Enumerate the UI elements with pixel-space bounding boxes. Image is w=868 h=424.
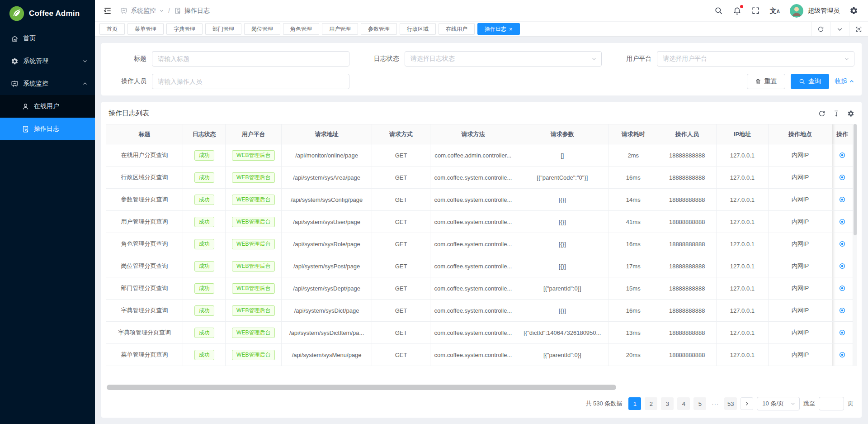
tab-菜单管理[interactable]: 菜单管理 (127, 23, 164, 35)
tab-字典管理[interactable]: 字典管理 (166, 23, 203, 35)
status-tag: 成功 (194, 261, 214, 272)
page-button-3[interactable]: 3 (661, 397, 674, 410)
tab-部门管理[interactable]: 部门管理 (205, 23, 241, 35)
cell-params: [{}] (516, 189, 609, 211)
next-page-button[interactable] (741, 397, 753, 410)
view-detail-eye-icon[interactable] (838, 351, 846, 359)
cell-actions (832, 233, 853, 255)
platform-tag: WEB管理后台 (232, 328, 275, 338)
tab-close-icon[interactable]: × (509, 26, 513, 32)
refresh-tab-icon[interactable] (811, 22, 830, 36)
chevron-up-icon (849, 79, 854, 84)
operator-input[interactable] (152, 74, 349, 89)
vertical-scrollbar (853, 124, 857, 366)
cell-method: GET (372, 167, 430, 189)
sidebar-collapse-icon[interactable] (103, 6, 112, 15)
cell-ip: 127.0.0.1 (716, 300, 769, 322)
tab-首页[interactable]: 首页 (99, 23, 125, 35)
sidebar-item-label: 在线用户 (34, 102, 88, 110)
tabs: 首页菜单管理字典管理部门管理岗位管理角色管理用户管理参数管理行政区域在线用户操作… (95, 22, 811, 36)
breadcrumb-parent[interactable]: 系统监控 (131, 7, 156, 15)
pagination: 共 530 条数据 12345···53 10 条/页 跳至 页 (106, 390, 857, 418)
page-button-4[interactable]: 4 (677, 397, 690, 410)
cell-url: /api/system/sysArea/page (282, 167, 372, 189)
reset-button[interactable]: 重置 (747, 74, 785, 89)
column-settings-gear-icon[interactable] (847, 110, 854, 117)
refresh-icon[interactable] (818, 110, 826, 117)
column-header-用户平台: 用户平台 (226, 124, 282, 144)
page-ellipsis[interactable]: ··· (710, 400, 721, 407)
table-toolbar (818, 110, 854, 117)
cell-operator: 18888888888 (658, 277, 716, 300)
cell-status: 成功 (183, 211, 226, 233)
cell-title: 字典项管理分页查询 (106, 322, 183, 344)
query-button[interactable]: 查询 (791, 74, 829, 89)
platform-label: 用户平台 (613, 55, 657, 63)
status-select[interactable]: 请选择日志状态 (405, 51, 602, 67)
view-detail-eye-icon[interactable] (838, 151, 846, 159)
tab-参数管理[interactable]: 参数管理 (361, 23, 397, 35)
cell-url: /api/system/sysRole/page (282, 233, 372, 255)
view-detail-eye-icon[interactable] (838, 262, 846, 270)
collapse-search-link[interactable]: 收起 (835, 77, 854, 86)
avatar[interactable] (790, 4, 803, 18)
tab-bar: 首页菜单管理字典管理部门管理岗位管理角色管理用户管理参数管理行政区域在线用户操作… (95, 21, 868, 37)
jump-page-input[interactable] (819, 397, 844, 410)
tab-用户管理[interactable]: 用户管理 (322, 23, 358, 35)
horizontal-scrollbar-thumb[interactable] (107, 385, 616, 390)
settings-gear-icon[interactable] (849, 6, 858, 15)
search-icon[interactable] (714, 6, 723, 15)
sidebar-item-online-users[interactable]: 在线用户 (0, 95, 95, 118)
view-detail-eye-icon[interactable] (838, 240, 846, 248)
cell-url: /api/system/sysDictItem/pa... (282, 322, 372, 344)
platform-select[interactable]: 请选择用户平台 (657, 51, 854, 67)
page-button-2[interactable]: 2 (645, 397, 657, 410)
view-detail-eye-icon[interactable] (838, 173, 846, 181)
app-logo[interactable]: Coffee Admin (0, 0, 95, 27)
page-button-1[interactable]: 1 (628, 397, 641, 410)
view-detail-eye-icon[interactable] (838, 218, 846, 226)
tab-操作日志[interactable]: 操作日志× (477, 23, 520, 35)
cell-actions (832, 144, 853, 167)
sidebar-item-home[interactable]: 首页 (0, 27, 95, 50)
cell-duration: 2ms (609, 144, 658, 167)
cell-title: 菜单管理分页查询 (106, 344, 183, 366)
sidebar-item-system-management[interactable]: 系统管理 (0, 50, 95, 72)
tab-label: 用户管理 (329, 25, 351, 33)
view-detail-eye-icon[interactable] (838, 329, 846, 337)
fullscreen-icon[interactable] (751, 6, 760, 15)
cell-status: 成功 (183, 300, 226, 322)
sidebar-item-system-monitor[interactable]: 系统监控 (0, 72, 95, 95)
sidebar-item-operation-log[interactable]: 操作日志 (0, 118, 95, 140)
view-detail-eye-icon[interactable] (838, 306, 846, 314)
sidebar-item-label: 系统管理 (23, 57, 82, 65)
content-fullscreen-icon[interactable] (849, 22, 868, 36)
operation-log-table: 标题日志状态用户平台请求地址请求方式请求方法请求参数请求耗时操作人员IP地址操作… (106, 124, 853, 366)
page-size-select[interactable]: 10 条/页 (757, 397, 800, 410)
cell-platform: WEB管理后台 (226, 255, 282, 277)
page-button-5[interactable]: 5 (693, 397, 706, 410)
cell-title: 行政区域分页查询 (106, 167, 183, 189)
username[interactable]: 超级管理员 (808, 7, 840, 15)
notification-bell-icon[interactable] (733, 6, 741, 15)
vertical-scrollbar-thumb[interactable] (854, 124, 857, 235)
tab-options-chevron-icon[interactable] (830, 22, 849, 36)
status-tag: 成功 (194, 195, 214, 205)
tab-在线用户[interactable]: 在线用户 (439, 23, 475, 35)
column-header-IP地址: IP地址 (716, 124, 769, 144)
view-detail-eye-icon[interactable] (838, 195, 846, 204)
tab-行政区域[interactable]: 行政区域 (400, 23, 436, 35)
pagination-total: 共 530 条数据 (585, 400, 622, 408)
row-density-icon[interactable] (833, 110, 840, 117)
table-row: 字典管理分页查询成功WEB管理后台/api/system/sysDict/pag… (106, 300, 853, 322)
tab-角色管理[interactable]: 角色管理 (283, 23, 319, 35)
page-button-53[interactable]: 53 (724, 397, 737, 410)
table-wrap: 标题日志状态用户平台请求地址请求方式请求方法请求参数请求耗时操作人员IP地址操作… (106, 124, 857, 366)
table-title: 操作日志列表 (108, 109, 149, 118)
status-tag: 成功 (194, 239, 214, 249)
tab-岗位管理[interactable]: 岗位管理 (244, 23, 280, 35)
title-input[interactable] (152, 51, 349, 67)
translate-icon[interactable]: 文A (770, 7, 780, 14)
view-detail-eye-icon[interactable] (838, 284, 846, 292)
platform-tag: WEB管理后台 (232, 150, 275, 161)
